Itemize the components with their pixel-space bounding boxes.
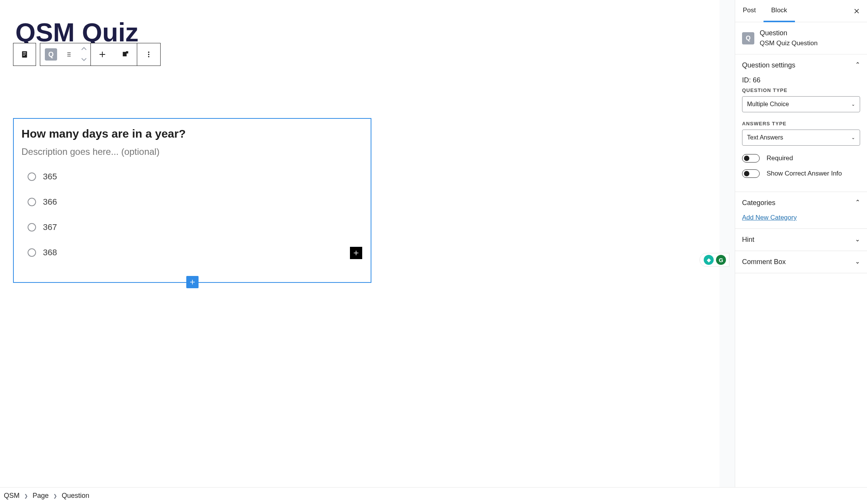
chevron-up-icon: ⌃ xyxy=(855,61,860,68)
answer-radio[interactable] xyxy=(28,198,36,206)
answers-list: 365 366 367 368 xyxy=(21,164,363,265)
grammarly-badges[interactable]: ◆ G xyxy=(700,253,729,267)
chevron-up-icon xyxy=(81,47,87,51)
answer-option[interactable]: 368 xyxy=(21,240,363,265)
chevron-down-icon: ⌄ xyxy=(851,135,855,140)
panel-question-settings: Question settings ⌃ ID: 66 QUESTION TYPE… xyxy=(735,54,867,192)
more-vertical-icon xyxy=(145,51,153,58)
panel-toggle-question-settings[interactable]: Question settings ⌃ xyxy=(742,61,860,69)
chevron-down-icon: ⌃ xyxy=(855,258,860,265)
tab-block[interactable]: Block xyxy=(764,0,795,22)
svg-rect-11 xyxy=(126,51,128,54)
duplicate-block-button[interactable] xyxy=(114,43,137,66)
block-toolbar: Q xyxy=(13,43,161,66)
question-title-input[interactable]: How many days are in a year? xyxy=(21,126,363,142)
breadcrumb-item[interactable]: Page xyxy=(33,492,49,500)
question-block-icon: Q xyxy=(45,48,57,61)
tab-post[interactable]: Post xyxy=(735,0,764,22)
svg-rect-0 xyxy=(22,51,27,58)
answer-option[interactable]: 367 xyxy=(21,215,363,240)
block-type-button[interactable]: Q xyxy=(40,43,60,66)
breadcrumb: QSM ❯ Page ❯ Question xyxy=(0,487,867,504)
panel-title: Comment Box xyxy=(742,258,786,266)
close-sidebar-button[interactable] xyxy=(849,3,865,19)
block-name: Question xyxy=(760,29,818,37)
move-buttons xyxy=(77,43,90,66)
svg-point-6 xyxy=(67,54,68,55)
answer-option[interactable]: 366 xyxy=(21,189,363,215)
add-block-button[interactable] xyxy=(91,43,114,66)
svg-point-5 xyxy=(69,52,70,53)
breadcrumb-item[interactable]: QSM xyxy=(4,492,20,500)
block-actions-group xyxy=(90,43,137,66)
svg-rect-2 xyxy=(23,54,26,54)
panel-toggle-comment-box[interactable]: Comment Box ⌃ xyxy=(742,258,860,266)
plus-icon xyxy=(353,250,360,256)
answer-radio[interactable] xyxy=(28,172,36,181)
answer-radio[interactable] xyxy=(28,248,36,257)
svg-point-13 xyxy=(148,54,149,55)
block-header: Q Question QSM Quiz Question xyxy=(735,22,867,54)
panel-comment-box: Comment Box ⌃ xyxy=(735,251,867,273)
block-nav-group: Q xyxy=(40,43,91,66)
drag-handle[interactable] xyxy=(60,43,77,66)
plus-icon xyxy=(189,279,196,286)
svg-rect-1 xyxy=(23,53,26,53)
grammarly-icon: G xyxy=(716,255,726,265)
select-value: Multiple Choice xyxy=(747,101,789,108)
chevron-right-icon: ❯ xyxy=(24,493,28,499)
question-id: ID: 66 xyxy=(742,76,860,84)
svg-point-8 xyxy=(67,56,68,56)
move-down-button[interactable] xyxy=(77,54,90,65)
svg-rect-3 xyxy=(23,55,25,56)
question-type-label: QUESTION TYPE xyxy=(742,87,860,93)
svg-point-4 xyxy=(67,52,68,53)
answer-text: 366 xyxy=(43,197,57,207)
page-title: QSM Quiz xyxy=(0,0,719,45)
svg-point-7 xyxy=(69,54,70,55)
panel-toggle-categories[interactable]: Categories ⌃ xyxy=(742,199,860,207)
svg-point-14 xyxy=(148,56,149,57)
breadcrumb-item[interactable]: Question xyxy=(62,492,89,500)
panel-toggle-hint[interactable]: Hint ⌃ xyxy=(742,236,860,244)
page-icon xyxy=(20,50,29,59)
sidebar-tabs: Post Block xyxy=(735,0,867,22)
drag-icon xyxy=(66,51,72,58)
document-outline-button[interactable] xyxy=(13,43,36,66)
close-icon xyxy=(853,8,860,15)
answer-text: 365 xyxy=(43,172,57,182)
chevron-down-icon xyxy=(81,57,87,61)
question-description-input[interactable]: Description goes here... (optional) xyxy=(21,142,363,164)
add-new-category-link[interactable]: Add New Category xyxy=(742,214,797,221)
chevron-right-icon: ❯ xyxy=(53,493,57,499)
question-type-select[interactable]: Multiple Choice ⌄ xyxy=(742,96,860,112)
panel-hint: Hint ⌃ xyxy=(735,228,867,251)
answer-radio[interactable] xyxy=(28,223,36,231)
panel-title: Question settings xyxy=(742,61,795,69)
chevron-down-icon: ⌄ xyxy=(851,102,855,107)
required-toggle[interactable] xyxy=(742,154,760,163)
block-description: QSM Quiz Question xyxy=(760,39,818,47)
answer-text: 367 xyxy=(43,222,57,232)
settings-sidebar: Post Block Q Question QSM Quiz Question … xyxy=(735,0,867,487)
plus-icon xyxy=(98,50,107,59)
answers-type-label: ANSWERS TYPE xyxy=(742,121,860,126)
chevron-down-icon: ⌃ xyxy=(855,235,860,243)
answer-text: 368 xyxy=(43,248,57,258)
svg-point-12 xyxy=(148,52,149,53)
answers-type-select[interactable]: Text Answers ⌄ xyxy=(742,130,860,146)
panel-title: Categories xyxy=(742,199,775,207)
question-block[interactable]: How many days are in a year? Description… xyxy=(13,118,371,283)
show-correct-label: Show Correct Answer Info xyxy=(767,170,842,177)
panel-title: Hint xyxy=(742,236,754,244)
svg-point-9 xyxy=(69,56,70,56)
add-answer-button[interactable] xyxy=(350,247,362,259)
more-options-button[interactable] xyxy=(137,43,161,66)
panel-categories: Categories ⌃ Add New Category xyxy=(735,192,867,228)
answer-option[interactable]: 365 xyxy=(21,164,363,189)
select-value: Text Answers xyxy=(747,134,783,141)
show-correct-toggle[interactable] xyxy=(742,169,760,178)
move-up-button[interactable] xyxy=(77,43,90,54)
insert-block-after-button[interactable] xyxy=(186,276,199,288)
copy-icon xyxy=(122,51,129,58)
